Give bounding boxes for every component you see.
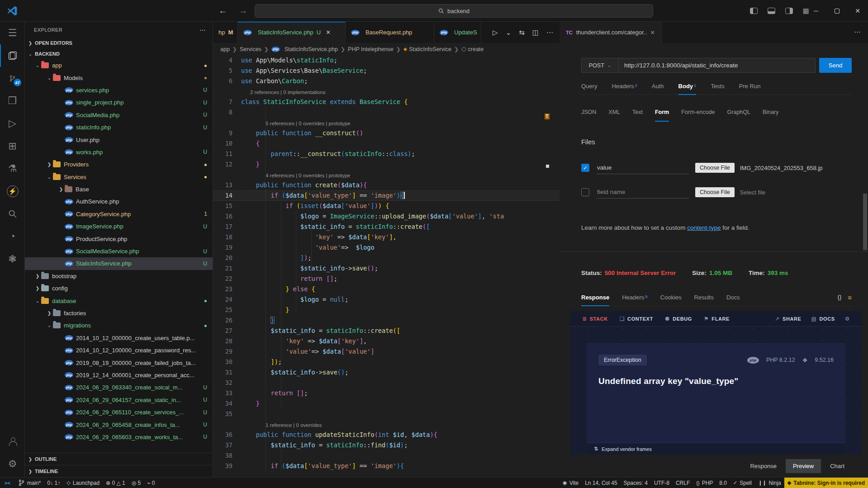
tree-item-ProductService.php[interactable]: phpProductService.php — [25, 232, 213, 245]
flare-docs-button[interactable]: ▤DOCS — [811, 316, 835, 322]
tree-item-2014_10_12_000000_create_users_table.p...[interactable]: php2014_10_12_000000_create_users_table.… — [25, 332, 213, 344]
flare-stack-button[interactable]: ≣STACK — [582, 316, 608, 322]
status-encoding[interactable]: UTF-8 — [651, 478, 673, 488]
tree-item-SocialMediaService.php[interactable]: phpSocialMediaService.phpU — [25, 245, 213, 257]
close-icon[interactable]: ✕ — [650, 29, 655, 36]
thunder-client-tab[interactable]: TC thunderclient.com/categor.. ✕ — [560, 22, 662, 43]
code-line-25[interactable]: 25 } — [213, 305, 560, 315]
body-tab-binary[interactable]: Binary — [763, 107, 778, 120]
timeline-section[interactable]: ❯ TIMELINE — [25, 465, 212, 477]
code-line-12[interactable]: 12 } — [213, 159, 560, 170]
tree-item-2024_06_29_063340_create_soical_m...[interactable]: php2024_06_29_063340_create_soical_m...U — [25, 381, 213, 393]
tree-item-config[interactable]: ❯config — [25, 282, 213, 294]
tree-item-migrations[interactable]: ⌄migrations● — [25, 319, 213, 332]
code-line-16[interactable]: 16 $logo = ImageService::upload_image($d… — [213, 211, 560, 222]
filter-lines-icon[interactable]: ≡ — [848, 294, 852, 301]
tree-item-staticInfo.php[interactable]: phpstaticInfo.phpU — [25, 121, 213, 133]
flare-settings-button[interactable]: ⚙ — [845, 316, 850, 322]
activity-menu-icon[interactable]: ☰ — [0, 22, 25, 44]
editor-tab-partial[interactable]: hpM — [213, 22, 238, 43]
code-line-24[interactable]: 24 $logo = null; — [213, 294, 560, 305]
open-editors-section[interactable]: ❯ OPEN EDITORS — [25, 38, 213, 48]
tree-item-2024_06_29_065603_create_works_ta...[interactable]: php2024_06_29_065603_create_works_ta...U — [25, 431, 213, 443]
flare-share-button[interactable]: ↗SHARE — [775, 316, 801, 322]
tree-item-User.php[interactable]: phpUser.php — [25, 133, 213, 146]
tree-item-factories[interactable]: ❯factories — [25, 307, 213, 319]
code-line-35[interactable]: 35 — [213, 409, 560, 419]
code-line-10[interactable]: 10 { — [213, 138, 560, 149]
activity-accounts-icon[interactable] — [0, 430, 25, 453]
status-ports[interactable]: ◎ 5 — [128, 478, 144, 488]
tree-item-bootstrap[interactable]: ❯bootstrap — [25, 270, 213, 282]
editor-tab-BaseRequest.php[interactable]: phpBaseRequest.php — [346, 22, 434, 43]
codelens[interactable]: 2 references | 0 implementations — [213, 86, 560, 97]
breadcrumb-item-app[interactable]: app — [220, 46, 230, 52]
code-line-4[interactable]: 4use App\Models\staticInfo; — [213, 55, 560, 66]
response-tab-cookies[interactable]: Cookies — [660, 291, 682, 306]
body-tab-xml[interactable]: XML — [608, 107, 620, 120]
tree-item-2014_10_12_100000_create_password_res...[interactable]: php2014_10_12_100000_create_password_res… — [25, 344, 213, 356]
code-line-17[interactable]: 17 $static_info = staticInfo::create([ — [213, 222, 560, 232]
code-line-36[interactable]: 36 public function updateStaticInfo(int … — [213, 430, 560, 440]
code-line-39[interactable]: 39 if ($data['value_type'] == 'image'){ — [213, 461, 560, 471]
activity-source-control-icon[interactable]: 47 — [0, 67, 25, 90]
editor-tab-StaticInfoService.php[interactable]: phpStaticInfoService.phpU✕ — [238, 22, 346, 43]
status-feedback[interactable]: ⌁ 0 — [144, 478, 158, 488]
code-line-37[interactable]: 37 $static_info = staticInfo::find($id); — [213, 440, 560, 450]
status-cursor-position[interactable]: Ln 14, Col 45 — [582, 478, 620, 488]
tree-item-Base[interactable]: ❯Base — [25, 183, 213, 195]
activity-explorer-icon[interactable] — [0, 44, 25, 67]
view-response-button[interactable]: Response — [743, 459, 784, 473]
tree-item-2024_06_29_064157_create_static_in...[interactable]: php2024_06_29_064157_create_static_in...… — [25, 394, 213, 406]
status-git-branch[interactable]: main* — [15, 478, 44, 488]
tree-item-database[interactable]: ⌄database● — [25, 294, 213, 307]
code-line-21[interactable]: 21 $static_info->save(); — [213, 263, 560, 274]
command-center-search[interactable]: backend — [255, 4, 653, 18]
code-line-34[interactable]: 34 } — [213, 398, 560, 409]
code-line-11[interactable]: 11 parent::__construct(staticInfo::class… — [213, 149, 560, 159]
tree-item-StaticInfoService.php[interactable]: phpStaticInfoService.phpU — [25, 257, 213, 270]
code-line-32[interactable]: 32 — [213, 378, 560, 388]
activity-thunder-client-icon[interactable]: ⚡ — [0, 180, 25, 203]
body-tab-graphql[interactable]: GraphQL — [727, 107, 750, 120]
code-line-6[interactable]: 6use Carbon\Carbon; — [213, 76, 560, 86]
status-ninja[interactable]: ❙❙Ninja — [755, 478, 784, 488]
tree-item-Providers[interactable]: ❯Providers● — [25, 158, 213, 171]
status-problems[interactable]: ⊗ 0 △ 1 — [103, 478, 128, 488]
run-icon[interactable]: ▷ — [493, 28, 498, 37]
flare-debug-button[interactable]: ⚈DEBUG — [665, 316, 692, 322]
split-editor-icon[interactable]: ◫ — [532, 28, 539, 37]
codelens[interactable]: 4 references | 0 overrides | prototype — [213, 170, 560, 180]
toggle-sidebar-icon[interactable] — [750, 8, 758, 14]
tree-item-services.php[interactable]: phpservices.phpU — [25, 84, 213, 96]
tree-item-Services[interactable]: ⌄Services● — [25, 171, 213, 183]
body-tab-form[interactable]: Form — [655, 107, 669, 120]
choose-file-button[interactable]: Choose File — [695, 163, 735, 173]
outline-section[interactable]: ❯ OUTLINE — [25, 453, 212, 465]
codelens[interactable]: 1 reference | 0 overrides — [213, 419, 560, 430]
editor-tab-UpdateS[interactable]: phpUpdateS — [434, 22, 481, 43]
activity-web-extension-icon[interactable]: ❃ — [0, 248, 25, 270]
code-line-23[interactable]: 23 } else { — [213, 284, 560, 294]
more-actions-icon[interactable]: ⋯ — [546, 28, 553, 37]
http-method-select[interactable]: POST ⌄ — [581, 58, 618, 73]
status-language-mode[interactable]: {}PHP — [693, 478, 716, 488]
code-line-29[interactable]: 29 'value'=> $data['value'] — [213, 346, 560, 357]
body-tab-form-encode[interactable]: Form-encode — [681, 107, 715, 120]
code-line-31[interactable]: 31 $static_info->save(); — [213, 367, 560, 378]
maximize-button[interactable] — [826, 0, 847, 22]
code-line-19[interactable]: 19 'value'=> $logo — [213, 242, 560, 253]
workspace-root-section[interactable]: ⌄ BACKEND — [25, 48, 213, 59]
more-actions-icon[interactable]: ⋯ — [854, 22, 868, 43]
send-button[interactable]: Send — [819, 58, 852, 73]
request-tab-body[interactable]: Body1 — [678, 80, 697, 95]
status-remote[interactable]: >< — [0, 478, 15, 488]
activity-package-icon[interactable]: ❒ — [0, 90, 25, 112]
tree-item-2019_12_14_000001_create_personal_acc...[interactable]: php2019_12_14_000001_create_personal_acc… — [25, 369, 213, 381]
content-type-link[interactable]: content-type — [687, 224, 721, 231]
code-line-22[interactable]: 22 return []; — [213, 274, 560, 284]
activity-extensions-icon[interactable]: ⊞ — [0, 135, 25, 157]
toggle-panel-icon[interactable] — [768, 8, 775, 14]
tree-item-ImageService.php[interactable]: phpImageService.phpU — [25, 220, 213, 232]
activity-search-extension-icon[interactable] — [0, 203, 25, 225]
